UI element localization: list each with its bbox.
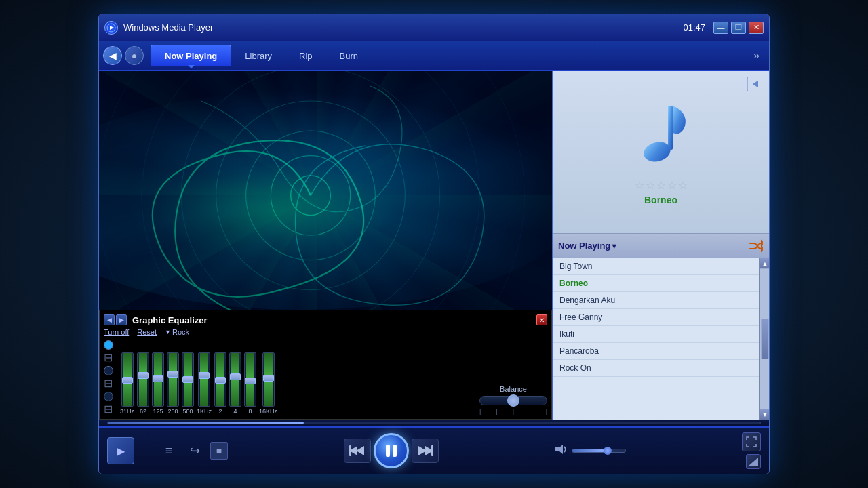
eq-nav-buttons: ◀ ▶ (104, 314, 127, 325)
playlist-item-0[interactable]: Big Town (553, 258, 769, 275)
eq-slider-track-31hz[interactable] (121, 352, 134, 407)
transport-controls (344, 433, 439, 468)
playlist-item-4[interactable]: Ikuti (553, 326, 769, 343)
eq-sliders: 31Hz 62 (120, 352, 470, 415)
album-art-nav-button[interactable] (747, 77, 764, 93)
eq-next-button[interactable]: ▶ (116, 314, 127, 325)
volume-thumb[interactable] (604, 447, 612, 455)
star-1[interactable]: ☆ (635, 179, 644, 192)
wmp-window: Windows Media Player 01:47 — ❐ ✕ ◀ ● Now… (98, 14, 770, 474)
eq-slider-thumb-125[interactable] (153, 375, 163, 382)
volume-icon[interactable] (554, 443, 569, 459)
next-button[interactable] (412, 439, 439, 463)
balance-thumb[interactable] (507, 394, 519, 407)
eq-slider-track-250[interactable] (167, 352, 179, 407)
close-button[interactable]: ✕ (749, 22, 764, 34)
nav-forward-button[interactable]: ● (125, 46, 144, 65)
tab-now-playing[interactable]: Now Playing (151, 45, 231, 66)
progress-track[interactable] (107, 422, 761, 424)
eq-preset-btn-3[interactable] (104, 392, 113, 401)
eq-prev-button[interactable]: ◀ (104, 314, 115, 325)
eq-slider-track-16khz[interactable] (262, 352, 275, 407)
eq-slider-track-8k[interactable] (244, 352, 256, 407)
star-3[interactable]: ☆ (656, 179, 666, 192)
left-panel: ◀ ▶ Graphic Equalizer ✕ Turn off Reset ▼… (99, 71, 552, 420)
eq-label-31hz: 31Hz (120, 408, 134, 415)
eq-slider-125: 125 (152, 352, 164, 415)
eq-label-8k: 8 (249, 408, 252, 415)
window-controls: — ❐ ✕ (713, 22, 764, 34)
tab-burn[interactable]: Burn (326, 45, 372, 66)
play-mini-button[interactable]: ▶ (107, 437, 134, 464)
main-content: ◀ ▶ Graphic Equalizer ✕ Turn off Reset ▼… (99, 71, 769, 420)
eq-slider-thumb-500[interactable] (182, 376, 193, 383)
eq-slider-thumb-250[interactable] (167, 371, 178, 378)
right-panel: ☆ ☆ ☆ ☆ ☆ Borneo Now Playing ▼ (552, 71, 769, 420)
balance-track[interactable] (479, 396, 547, 405)
eq-close-button[interactable]: ✕ (536, 314, 547, 325)
balance-label: Balance (500, 385, 527, 393)
eq-slider-track-62[interactable] (137, 352, 149, 407)
playlist-scrollbar-thumb[interactable] (761, 319, 769, 359)
eq-preset-selector[interactable]: ▼ Rock (165, 328, 189, 336)
miniplayer-button[interactable] (746, 454, 761, 469)
playlist-header: Now Playing ▼ (553, 234, 769, 258)
viz-svg (99, 71, 552, 310)
eq-reset-link[interactable]: Reset (137, 328, 157, 336)
tab-library[interactable]: Library (231, 45, 285, 66)
playlist-dropdown-arrow[interactable]: ▼ (610, 242, 618, 250)
svg-rect-17 (349, 445, 351, 456)
eq-slider-track-4k[interactable] (229, 352, 241, 407)
eq-slider-track-2k[interactable] (214, 352, 226, 407)
pause-icon (384, 443, 398, 458)
playlist-shuffle-button[interactable] (747, 238, 764, 254)
minimize-button[interactable]: — (713, 22, 728, 34)
eq-slider-thumb-31hz[interactable] (122, 377, 133, 384)
star-5[interactable]: ☆ (678, 179, 688, 192)
star-4[interactable]: ☆ (667, 179, 677, 192)
playlist-scrollbar: ▲ ▼ (760, 258, 769, 420)
playlist-scroll-up-button[interactable]: ▲ (760, 258, 769, 269)
star-2[interactable]: ☆ (646, 179, 655, 192)
playlist-toggle-button[interactable]: ≡ (159, 441, 179, 461)
eq-slider-track-500[interactable] (182, 352, 194, 407)
jump-button[interactable]: ↪ (184, 441, 205, 461)
prev-button[interactable] (344, 439, 371, 463)
eq-label-500: 500 (183, 408, 193, 415)
volume-fill (572, 449, 604, 452)
balance-ticks: | | | | | (479, 408, 547, 415)
svg-rect-19 (393, 445, 397, 457)
eq-slider-thumb-8k[interactable] (245, 378, 256, 384)
playlist-item-2[interactable]: Dengarkan Aku (553, 292, 769, 309)
eq-preset-btn-2[interactable] (104, 366, 113, 375)
volume-track[interactable] (572, 449, 626, 453)
tab-rip[interactable]: Rip (285, 45, 326, 66)
eq-turnoff-link[interactable]: Turn off (104, 328, 129, 336)
visualization-area (99, 71, 552, 310)
next-icon (417, 445, 433, 457)
playlist-item-5[interactable]: Pancaroba (553, 343, 769, 360)
fullscreen-button[interactable] (742, 432, 761, 451)
playlist-scroll-down-button[interactable]: ▼ (760, 409, 769, 420)
eq-preset-btn-1[interactable] (104, 340, 113, 350)
nav-more-button[interactable]: » (748, 49, 765, 62)
fullscreen-icon (746, 436, 757, 447)
eq-slider-track-1khz[interactable] (198, 352, 210, 407)
eq-slider-thumb-4k[interactable] (230, 373, 241, 380)
restore-button[interactable]: ❐ (731, 22, 746, 34)
star-rating[interactable]: ☆ ☆ ☆ ☆ ☆ (635, 179, 688, 192)
playlist-item-1[interactable]: Borneo (553, 275, 769, 292)
eq-slider-thumb-16khz[interactable] (263, 375, 274, 382)
eq-slider-track-125[interactable] (152, 352, 164, 407)
pause-button[interactable] (374, 433, 409, 468)
eq-slider-thumb-62[interactable] (138, 372, 149, 379)
nav-back-button[interactable]: ◀ (103, 46, 122, 65)
eq-slider-thumb-1khz[interactable] (199, 372, 210, 379)
stop-button[interactable]: ■ (210, 442, 228, 460)
eq-sliders-area: ⊟ ⊟ ⊟ (104, 340, 547, 415)
eq-slider-thumb-2k[interactable] (215, 377, 226, 384)
eq-slider-2k: 2 (214, 352, 226, 415)
playlist-item-3[interactable]: Free Ganny (553, 309, 769, 326)
preset-dropdown-arrow: ▼ (165, 329, 171, 336)
playlist-item-6[interactable]: Rock On (553, 360, 769, 377)
